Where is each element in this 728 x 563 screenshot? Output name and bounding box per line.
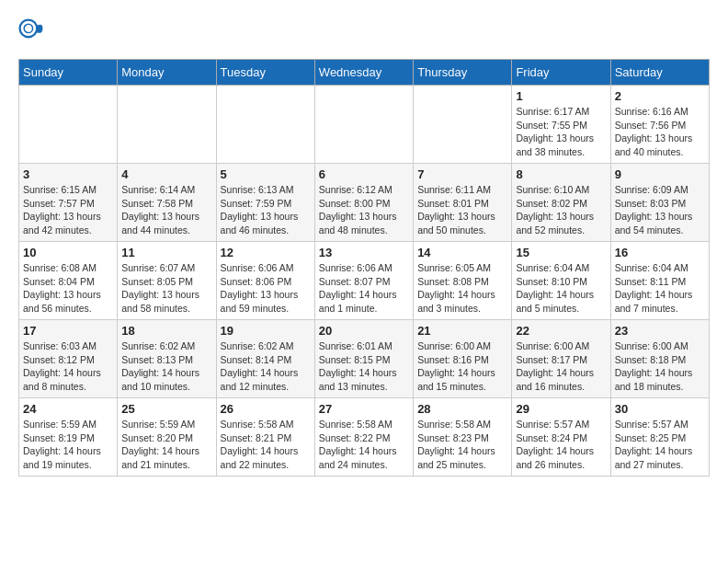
day-number: 12 [221, 246, 311, 259]
calendar-day-cell: 26Sunrise: 5:58 AM Sunset: 8:21 PM Dayli… [216, 398, 314, 477]
calendar-day-cell: 19Sunrise: 6:02 AM Sunset: 8:14 PM Dayli… [216, 320, 314, 398]
calendar-day-cell: 16Sunrise: 6:04 AM Sunset: 8:11 PM Dayli… [610, 242, 709, 320]
svg-point-0 [20, 20, 38, 38]
calendar-day-cell: 21Sunrise: 6:00 AM Sunset: 8:16 PM Dayli… [414, 320, 512, 398]
day-info: Sunrise: 5:58 AM Sunset: 8:22 PM Dayligh… [319, 418, 409, 472]
svg-point-1 [24, 24, 32, 32]
day-info: Sunrise: 6:03 AM Sunset: 8:12 PM Dayligh… [23, 339, 113, 394]
day-number: 1 [516, 89, 606, 103]
day-number: 24 [23, 402, 113, 416]
day-number: 14 [417, 246, 507, 259]
calendar-header-row: SundayMondayTuesdayWednesdayThursdayFrid… [19, 60, 710, 86]
day-info: Sunrise: 6:00 AM Sunset: 8:16 PM Dayligh… [417, 339, 507, 394]
calendar-day-cell: 20Sunrise: 6:01 AM Sunset: 8:15 PM Dayli… [314, 320, 413, 398]
day-info: Sunrise: 5:59 AM Sunset: 8:19 PM Dayligh… [23, 418, 113, 472]
calendar-day-cell: 30Sunrise: 5:57 AM Sunset: 8:25 PM Dayli… [610, 398, 709, 477]
calendar-week-row: 10Sunrise: 6:08 AM Sunset: 8:04 PM Dayli… [19, 242, 710, 320]
day-info: Sunrise: 6:01 AM Sunset: 8:15 PM Dayligh… [319, 339, 409, 394]
calendar-day-cell [19, 86, 118, 164]
logo [18, 18, 48, 44]
day-info: Sunrise: 5:58 AM Sunset: 8:21 PM Dayligh… [221, 418, 311, 472]
day-info: Sunrise: 6:16 AM Sunset: 7:56 PM Dayligh… [615, 105, 705, 159]
day-info: Sunrise: 5:59 AM Sunset: 8:20 PM Dayligh… [121, 418, 211, 472]
page-header [18, 18, 710, 44]
calendar-day-cell: 28Sunrise: 5:58 AM Sunset: 8:23 PM Dayli… [414, 398, 512, 477]
day-info: Sunrise: 5:57 AM Sunset: 8:25 PM Dayligh… [615, 418, 705, 472]
day-number: 19 [221, 324, 311, 338]
calendar-day-cell: 25Sunrise: 5:59 AM Sunset: 8:20 PM Dayli… [118, 398, 216, 477]
day-number: 21 [417, 324, 507, 338]
day-number: 2 [615, 89, 705, 103]
day-number: 3 [23, 167, 113, 181]
calendar-day-cell: 9Sunrise: 6:09 AM Sunset: 8:03 PM Daylig… [610, 164, 709, 242]
calendar-day-cell: 24Sunrise: 5:59 AM Sunset: 8:19 PM Dayli… [19, 398, 118, 477]
day-info: Sunrise: 6:15 AM Sunset: 7:57 PM Dayligh… [23, 183, 113, 237]
calendar-day-cell: 5Sunrise: 6:13 AM Sunset: 7:59 PM Daylig… [216, 164, 314, 242]
day-of-week-header: Wednesday [314, 60, 413, 86]
day-number: 8 [516, 167, 606, 181]
day-number: 11 [121, 246, 211, 259]
day-number: 16 [615, 246, 705, 259]
calendar-day-cell: 29Sunrise: 5:57 AM Sunset: 8:24 PM Dayli… [512, 398, 610, 477]
calendar-day-cell: 2Sunrise: 6:16 AM Sunset: 7:56 PM Daylig… [610, 86, 709, 164]
calendar-day-cell: 13Sunrise: 6:06 AM Sunset: 8:07 PM Dayli… [314, 242, 413, 320]
day-info: Sunrise: 6:02 AM Sunset: 8:13 PM Dayligh… [121, 339, 211, 394]
day-info: Sunrise: 6:09 AM Sunset: 8:03 PM Dayligh… [615, 183, 705, 237]
logo-icon [18, 18, 44, 44]
day-info: Sunrise: 6:00 AM Sunset: 8:18 PM Dayligh… [615, 339, 705, 394]
calendar-day-cell: 7Sunrise: 6:11 AM Sunset: 8:01 PM Daylig… [414, 164, 512, 242]
calendar-day-cell: 10Sunrise: 6:08 AM Sunset: 8:04 PM Dayli… [19, 242, 118, 320]
day-info: Sunrise: 6:06 AM Sunset: 8:06 PM Dayligh… [221, 261, 311, 316]
day-number: 28 [417, 402, 507, 416]
calendar-day-cell: 12Sunrise: 6:06 AM Sunset: 8:06 PM Dayli… [216, 242, 314, 320]
calendar-day-cell: 8Sunrise: 6:10 AM Sunset: 8:02 PM Daylig… [512, 164, 610, 242]
day-of-week-header: Thursday [414, 60, 512, 86]
day-number: 29 [516, 402, 606, 416]
day-info: Sunrise: 5:57 AM Sunset: 8:24 PM Dayligh… [516, 418, 606, 472]
calendar-day-cell: 14Sunrise: 6:05 AM Sunset: 8:08 PM Dayli… [414, 242, 512, 320]
day-info: Sunrise: 6:11 AM Sunset: 8:01 PM Dayligh… [417, 183, 507, 237]
day-number: 23 [615, 324, 705, 338]
calendar-day-cell: 15Sunrise: 6:04 AM Sunset: 8:10 PM Dayli… [512, 242, 610, 320]
day-info: Sunrise: 6:10 AM Sunset: 8:02 PM Dayligh… [516, 183, 606, 237]
calendar-day-cell [414, 86, 512, 164]
day-info: Sunrise: 6:00 AM Sunset: 8:17 PM Dayligh… [516, 339, 606, 394]
day-info: Sunrise: 6:02 AM Sunset: 8:14 PM Dayligh… [221, 339, 311, 394]
day-of-week-header: Friday [512, 60, 610, 86]
day-number: 22 [516, 324, 606, 338]
calendar-table: SundayMondayTuesdayWednesdayThursdayFrid… [18, 59, 710, 477]
day-of-week-header: Tuesday [216, 60, 314, 86]
day-info: Sunrise: 6:04 AM Sunset: 8:11 PM Dayligh… [615, 261, 705, 316]
calendar-day-cell: 22Sunrise: 6:00 AM Sunset: 8:17 PM Dayli… [512, 320, 610, 398]
day-number: 6 [319, 167, 409, 181]
day-info: Sunrise: 5:58 AM Sunset: 8:23 PM Dayligh… [417, 418, 507, 472]
calendar-week-row: 3Sunrise: 6:15 AM Sunset: 7:57 PM Daylig… [19, 164, 710, 242]
day-info: Sunrise: 6:13 AM Sunset: 7:59 PM Dayligh… [221, 183, 311, 237]
day-number: 10 [23, 246, 113, 259]
day-number: 5 [221, 167, 311, 181]
calendar-day-cell: 1Sunrise: 6:17 AM Sunset: 7:55 PM Daylig… [512, 86, 610, 164]
day-of-week-header: Monday [118, 60, 216, 86]
day-info: Sunrise: 6:07 AM Sunset: 8:05 PM Dayligh… [121, 261, 211, 316]
calendar-day-cell: 23Sunrise: 6:00 AM Sunset: 8:18 PM Dayli… [610, 320, 709, 398]
calendar-day-cell: 18Sunrise: 6:02 AM Sunset: 8:13 PM Dayli… [118, 320, 216, 398]
calendar-day-cell [314, 86, 413, 164]
calendar-week-row: 24Sunrise: 5:59 AM Sunset: 8:19 PM Dayli… [19, 398, 710, 477]
day-number: 27 [319, 402, 409, 416]
calendar-day-cell: 27Sunrise: 5:58 AM Sunset: 8:22 PM Dayli… [314, 398, 413, 477]
day-of-week-header: Saturday [610, 60, 709, 86]
day-number: 15 [516, 246, 606, 259]
calendar-day-cell: 4Sunrise: 6:14 AM Sunset: 7:58 PM Daylig… [118, 164, 216, 242]
day-number: 4 [121, 167, 211, 181]
calendar-day-cell: 3Sunrise: 6:15 AM Sunset: 7:57 PM Daylig… [19, 164, 118, 242]
day-info: Sunrise: 6:14 AM Sunset: 7:58 PM Dayligh… [121, 183, 211, 237]
day-number: 17 [23, 324, 113, 338]
day-number: 18 [121, 324, 211, 338]
day-number: 9 [615, 167, 705, 181]
day-number: 30 [615, 402, 705, 416]
day-info: Sunrise: 6:17 AM Sunset: 7:55 PM Dayligh… [516, 105, 606, 159]
day-number: 7 [417, 167, 507, 181]
day-number: 13 [319, 246, 409, 259]
day-number: 25 [121, 402, 211, 416]
day-number: 26 [221, 402, 311, 416]
